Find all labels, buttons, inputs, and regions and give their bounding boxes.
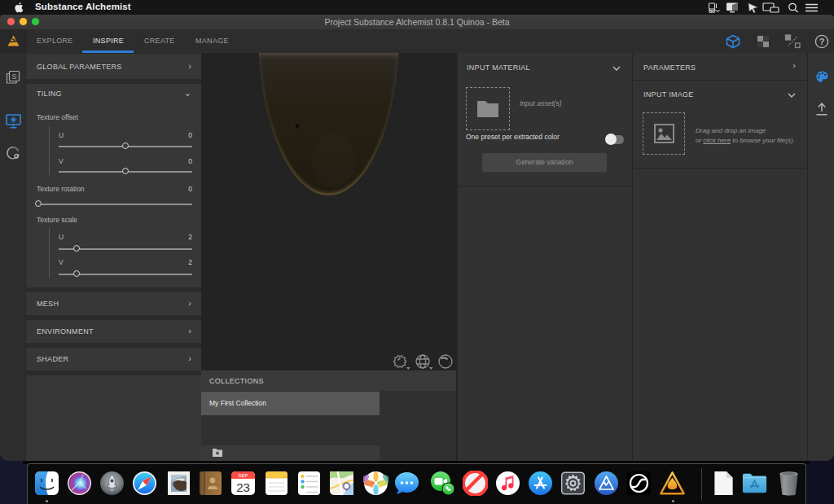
svg-text:S: S bbox=[11, 72, 16, 81]
svg-text:23: 23 bbox=[236, 480, 250, 494]
svg-text:?: ? bbox=[819, 37, 825, 46]
svg-text:SEP: SEP bbox=[238, 473, 248, 478]
